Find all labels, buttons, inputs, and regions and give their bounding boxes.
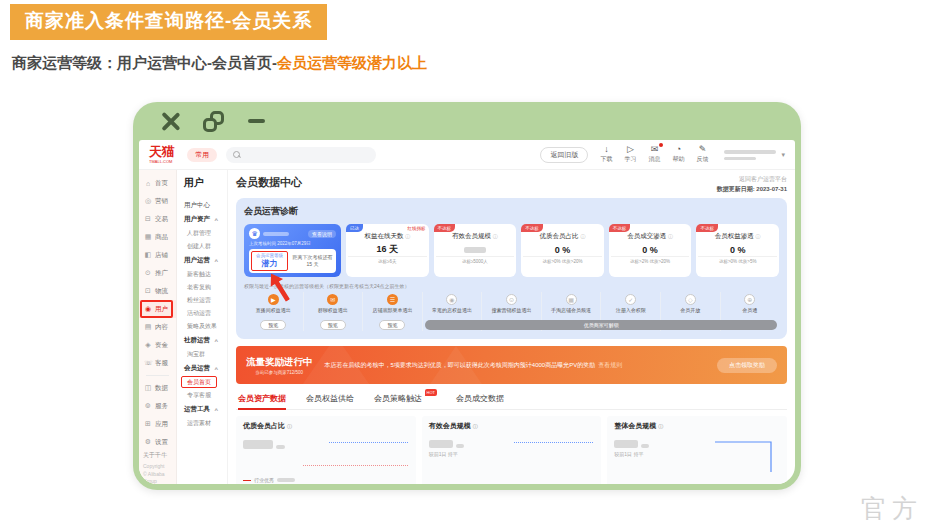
- level-badge-icon: ♛: [249, 228, 260, 239]
- app-topbar: 天猫 TMALL.COM 常用 返回旧版 ↓ 下载 ▷ 学习: [139, 140, 795, 170]
- restore-icon[interactable]: [203, 111, 224, 132]
- sidebar-item-fans-ops[interactable]: 粉丝运营: [184, 294, 227, 307]
- perk-label: 店铺底部菜单透出: [363, 307, 422, 313]
- metric-value-redacted: [436, 243, 515, 256]
- sidebar-item-audience-create[interactable]: 创建人群: [184, 240, 227, 253]
- rail-item-logistics[interactable]: ⊡物流: [139, 282, 176, 300]
- sidebar-item-user-center[interactable]: 用户中心: [184, 198, 227, 212]
- metric-card-valid-members: 不达标 有效会员规模 ⓘ 达标≥5000人: [434, 224, 517, 277]
- next-exam-countdown: 距离下次考核还有 15 天: [291, 251, 334, 271]
- tab-member-rights[interactable]: 会员权益供给: [306, 393, 354, 409]
- level-annotated-box: 会员运营等级 潜力: [251, 251, 288, 271]
- sidebar-item-audience-manage[interactable]: 人群管理: [184, 227, 227, 240]
- search-input[interactable]: [244, 150, 354, 159]
- sidebar-title: 用户: [184, 176, 227, 190]
- message-button[interactable]: ✉ 消息: [648, 145, 660, 164]
- perks-row: ▶ 直播间权益透出 预览 ✉ 群聊权益透出 预览 ☰ 店: [244, 292, 779, 332]
- rail-item-user[interactable]: ◉用户: [139, 300, 176, 318]
- metric-name: 优质会员占比 ⓘ: [523, 232, 602, 241]
- benchmark-line: [329, 442, 408, 443]
- sidebar-item-repeat-customer[interactable]: 老客复购: [184, 281, 227, 294]
- info-icon[interactable]: ⓘ: [473, 423, 478, 429]
- rail-item-service[interactable]: ⊚服务: [139, 397, 176, 415]
- sidebar-group-user-ops[interactable]: 用户运营: [184, 253, 227, 268]
- info-icon[interactable]: ⓘ: [493, 233, 498, 239]
- rail-item-home[interactable]: ⌂首页: [139, 174, 176, 192]
- close-icon[interactable]: [161, 112, 179, 130]
- level-value: 潜力: [256, 258, 283, 269]
- perk-label: 注册入会权限: [601, 307, 660, 313]
- info-icon[interactable]: ⓘ: [756, 233, 761, 239]
- sidebar-item-taobao-group[interactable]: 淘宝群: [184, 348, 227, 361]
- rail-item-marketing[interactable]: ◎营销: [139, 192, 176, 210]
- back-to-platform-link[interactable]: 返回客户运营平台: [717, 175, 787, 185]
- preview-button[interactable]: 预览: [379, 320, 405, 330]
- sidebar-item-exclusive-service[interactable]: 专享客服: [184, 389, 227, 402]
- sidebar-group-community-ops[interactable]: 社群运营: [184, 333, 227, 348]
- back-to-old-button[interactable]: 返回旧版: [540, 147, 588, 163]
- stat-legend: 行业优秀: [243, 477, 295, 483]
- learn-button[interactable]: ▷ 学习: [624, 145, 636, 164]
- rail-item-apps[interactable]: ⊞应用: [139, 415, 176, 433]
- sidebar-item-strategy-effect[interactable]: 策略及效果: [184, 320, 227, 333]
- rail-item-funds[interactable]: ◈资金: [139, 336, 176, 354]
- feedback-button[interactable]: ✎ 反馈: [696, 145, 708, 164]
- rail-label: 内容: [155, 323, 168, 332]
- data-updated-date: 数据更新日期: 2023-07-31: [717, 185, 787, 195]
- data-tabs: 会员资产数据 会员权益供给 会员策略触达 HOT 会员成交数据: [236, 393, 787, 410]
- sidebar-item-new-customer[interactable]: 新客触达: [184, 268, 227, 281]
- rail-item-settings[interactable]: ⚙设置: [139, 433, 176, 451]
- rail-item-goods[interactable]: ▦商品: [139, 228, 176, 246]
- info-icon[interactable]: ⓘ: [668, 233, 673, 239]
- info-icon[interactable]: ⓘ: [658, 423, 663, 429]
- sidebar-item-member-home[interactable]: 会员首页: [184, 376, 227, 389]
- register-icon: ✓: [625, 294, 636, 305]
- claim-reward-button[interactable]: 点击领取奖励: [717, 358, 777, 373]
- sidebar-group-member-ops[interactable]: 会员运营: [184, 361, 227, 376]
- view-rules-link[interactable]: 查看规则: [598, 362, 622, 368]
- info-icon[interactable]: ⓘ: [287, 423, 292, 429]
- hot-badge: HOT: [425, 389, 437, 396]
- home-icon: ⌂: [144, 180, 152, 187]
- account-menu[interactable]: ▾: [724, 150, 785, 160]
- rail-item-customer-service[interactable]: ☏客服: [139, 354, 176, 372]
- metric-name-text: 会员权益渗透: [715, 232, 754, 239]
- sidebar-item-activity-ops[interactable]: 活动运营: [184, 307, 227, 320]
- rail-item-content[interactable]: ▤内容: [139, 318, 176, 336]
- preview-button[interactable]: 预览: [320, 320, 346, 330]
- quick-tag[interactable]: 常用: [187, 148, 217, 162]
- rail-item-trade[interactable]: ⊟交易: [139, 210, 176, 228]
- metric-value: 0 %: [698, 243, 777, 256]
- sidebar-group-user-assets[interactable]: 用户资产: [184, 212, 227, 227]
- notification-dot: [659, 143, 663, 147]
- benchmark-line: [514, 442, 593, 443]
- preview-button[interactable]: 预览: [260, 320, 286, 330]
- tab-member-trade[interactable]: 会员成交数据: [456, 393, 504, 409]
- rail-label: 设置: [155, 438, 168, 447]
- rail-item-promotion[interactable]: ⊙推广: [139, 264, 176, 282]
- metric-name-text: 优质会员占比: [540, 232, 579, 239]
- tmall-logo[interactable]: 天猫 TMALL.COM: [149, 145, 178, 165]
- tab-member-strategy[interactable]: 会员策略触达 HOT: [374, 393, 422, 409]
- info-icon[interactable]: ⓘ: [580, 233, 585, 239]
- help-button[interactable]: ◔ 帮助: [672, 145, 684, 164]
- sidebar-group-ops-tools[interactable]: 运营工具: [184, 402, 227, 417]
- search-box[interactable]: [226, 147, 376, 163]
- breadcrumb-highlight: 会员运营等级潜力以上: [277, 54, 427, 71]
- minimize-icon[interactable]: [248, 119, 265, 123]
- reward-description: 本店若在后续的考核中，5项要求均达到优质，即可以获得此次考核周期内预计4000商…: [325, 361, 718, 370]
- sidebar-item-ops-material[interactable]: 运营素材: [184, 417, 227, 430]
- member-link-icon: ⊕: [744, 294, 755, 305]
- download-button[interactable]: ↓ 下载: [600, 145, 612, 164]
- rail-item-data[interactable]: ◫数据: [139, 379, 176, 397]
- rail-item-shop[interactable]: ◧店铺: [139, 246, 176, 264]
- about-link[interactable]: 关于千牛: [143, 451, 174, 460]
- rail-label: 首页: [155, 179, 168, 188]
- rail-label: 应用: [155, 420, 168, 429]
- tab-member-assets[interactable]: 会员资产数据: [238, 393, 286, 410]
- info-icon[interactable]: ⓘ: [405, 233, 410, 239]
- view-detail-link[interactable]: 查看说明: [308, 230, 336, 238]
- legend-label: 行业优秀: [254, 477, 274, 483]
- level-card: ♛ 查看说明 上次考核时间 2022年07月29日 会员运营等级 潜力: [244, 224, 341, 277]
- tmall-logo-subtext: TMALL.COM: [149, 159, 172, 163]
